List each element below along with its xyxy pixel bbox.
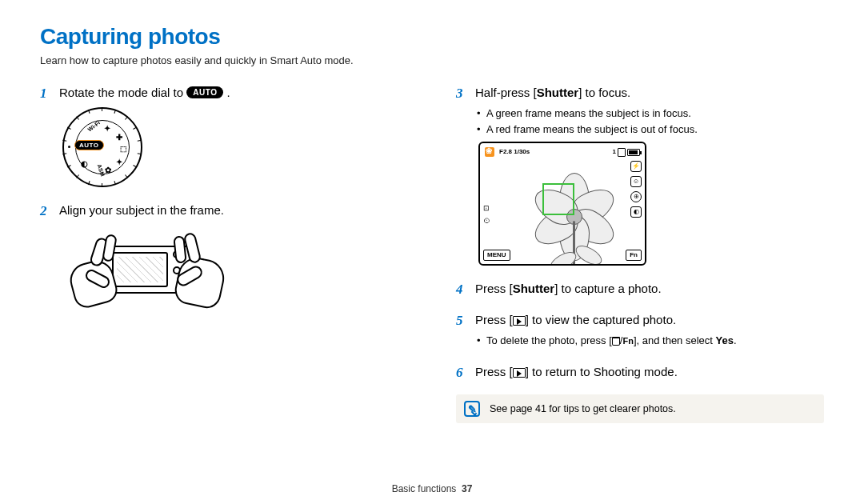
fn-button-label: Fn [626, 250, 642, 260]
step-6: 6 Press [] to return to Shooting mode. [456, 363, 824, 380]
step-5: 5 Press [] to view the captured photo. T… [456, 311, 824, 349]
page-title: Capturing photos [40, 24, 824, 50]
shot-count: 1 [613, 147, 616, 156]
menu-button-label: MENU [483, 250, 510, 260]
right-column: 3 Half-press [Shutter] to focus. A green… [456, 84, 824, 423]
playback-icon [513, 368, 526, 378]
memory-card-icon [618, 148, 626, 157]
timer-icon: ⏲ [483, 217, 494, 226]
step-number: 2 [40, 202, 47, 221]
dial-mode-icon: ✿ [105, 165, 111, 176]
bullet-red-frame: A red frame means the subject is out of … [475, 122, 824, 138]
footer-page-number: 37 [462, 483, 472, 494]
manual-page: Capturing photos Learn how to capture ph… [0, 0, 864, 504]
step-text: Rotate the mode dial to [59, 86, 186, 99]
dial-mode-icon: ⬚ [120, 144, 127, 154]
tip-text: See page 41 for tips to get clearer phot… [490, 403, 676, 414]
step-text: Align your subject in the frame. [59, 203, 224, 217]
step-2: 2 Align your subject in the frame. [40, 202, 408, 310]
note-icon: ✎ [464, 401, 480, 417]
focus-frame-green [542, 183, 574, 215]
hold-camera-illustration [67, 222, 227, 310]
step-1: 1 Rotate the mode dial to AUTO . [40, 84, 408, 187]
bullet-green-frame: A green frame means the subject is in fo… [475, 106, 824, 122]
page-subtitle: Learn how to capture photos easily and q… [40, 54, 824, 66]
playback-icon [513, 316, 526, 326]
fn-label: Fn [622, 334, 633, 348]
face-icon: ☺ [630, 176, 642, 187]
dial-auto-label: AUTO [74, 140, 104, 150]
mode-dial-illustration: AUTO Wi-Fi ASM ✦ ✚ ⬚ ✦ ✿ ◐ [62, 107, 408, 187]
stabilizer-icon: ⊡ [483, 204, 494, 214]
dial-mode-icon: ✚ [116, 132, 122, 143]
dial-mode-icon: ◐ [81, 158, 88, 170]
step-3: 3 Half-press [Shutter] to focus. A green… [456, 84, 824, 266]
battery-icon [627, 149, 640, 156]
shutter-label: Shutter [513, 282, 555, 295]
camera-lcd-illustration: F2.8 1/30s 1 [478, 142, 646, 266]
lcd-side-icons: ⚡ ☺ ⊕ ◐ [630, 161, 642, 218]
dial-mode-icon: ✦ [116, 157, 122, 168]
macro-icon [485, 147, 494, 157]
shutter-label: Shutter [537, 86, 579, 99]
step-4: 4 Press [Shutter] to capture a photo. [456, 280, 824, 297]
left-column: 1 Rotate the mode dial to AUTO . [40, 84, 408, 423]
footer-section: Basic functions [392, 483, 457, 494]
step-number: 1 [40, 84, 47, 103]
setting-icon: ◐ [630, 206, 642, 218]
trash-icon [612, 337, 620, 346]
step-number: 4 [456, 280, 463, 299]
dial-mode-icon: ✦ [104, 123, 110, 134]
lcd-left-icons: ⊡ ⏲ [483, 204, 494, 226]
flash-icon: ⚡ [630, 161, 642, 172]
zoom-icon: ⊕ [630, 191, 642, 202]
step-text: Half-press [ [475, 86, 537, 99]
auto-mode-badge: AUTO [186, 86, 223, 98]
step-number: 3 [456, 84, 463, 103]
dial-selector-dot [68, 146, 70, 148]
bullet-delete: To delete the photo, press [/Fn], and th… [475, 333, 824, 349]
step-number: 6 [456, 363, 463, 382]
two-column-layout: 1 Rotate the mode dial to AUTO . [40, 84, 824, 423]
exposure-readout: F2.8 1/30s [499, 147, 530, 156]
tip-callout: ✎ See page 41 for tips to get clearer ph… [456, 394, 824, 423]
page-footer: Basic functions 37 [0, 483, 864, 494]
step-number: 5 [456, 311, 463, 330]
step-text-end: . [227, 86, 230, 99]
